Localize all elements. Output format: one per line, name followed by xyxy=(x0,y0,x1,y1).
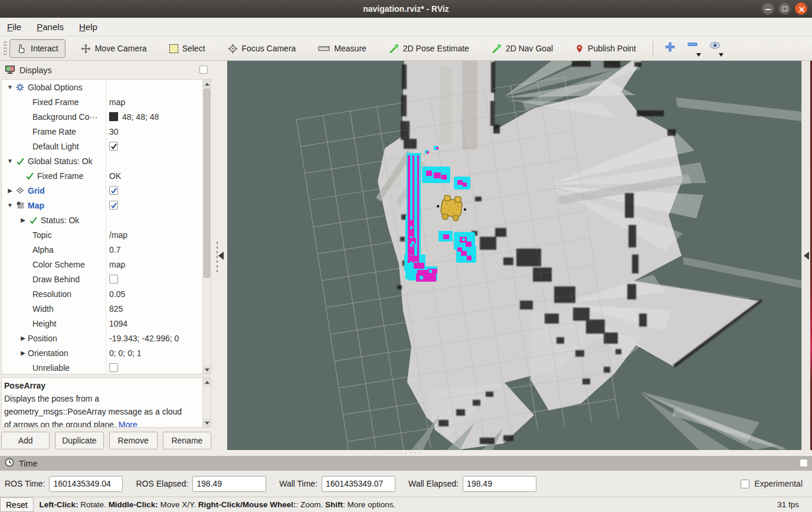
add-button[interactable]: Add xyxy=(1,432,50,449)
splitter-grip-dots[interactable] xyxy=(389,452,423,454)
map-icon xyxy=(15,201,25,210)
property-value[interactable]: 0.05 xyxy=(109,289,125,299)
tool-select[interactable]: Select xyxy=(162,39,212,58)
tree-row-color-scheme[interactable]: Color Schememap xyxy=(2,257,211,272)
expander-icon[interactable]: ▶ xyxy=(18,217,28,223)
time-field-input[interactable] xyxy=(463,476,536,492)
property-value[interactable]: 48; 48; 48 xyxy=(109,112,159,122)
dropdown-caret-icon[interactable] xyxy=(719,53,723,57)
property-value[interactable] xyxy=(109,201,118,210)
collapse-left-arrow-icon[interactable] xyxy=(218,252,224,260)
expander-icon[interactable]: ▶ xyxy=(18,335,28,341)
tool-2d-pose-estimate[interactable]: 2D Pose Estimate xyxy=(382,39,476,58)
color-swatch[interactable] xyxy=(109,112,118,121)
time-field-input[interactable] xyxy=(192,476,266,492)
time-field-input[interactable] xyxy=(49,476,123,492)
tool-focus-camera[interactable]: Focus Camera xyxy=(221,39,303,58)
property-value[interactable]: map xyxy=(109,97,125,107)
tool-interact[interactable]: Interact xyxy=(9,39,66,58)
reset-button[interactable]: Reset xyxy=(0,497,34,512)
time-float-button[interactable] xyxy=(800,459,808,467)
3d-viewport[interactable] xyxy=(227,61,801,450)
property-value[interactable] xyxy=(109,275,118,283)
property-value[interactable]: -19.343; -42.996; 0 xyxy=(109,334,179,343)
tool-eye[interactable] xyxy=(705,39,725,58)
property-value[interactable]: 30 xyxy=(109,127,119,136)
tree-row-global-options[interactable]: ▼Global Options xyxy=(2,80,211,94)
experimental-checkbox[interactable] xyxy=(741,480,749,488)
menu-file[interactable]: File xyxy=(7,22,21,32)
tool-move-camera[interactable]: Move Camera xyxy=(74,39,154,58)
tree-row-alpha[interactable]: Alpha0.7 xyxy=(2,242,211,257)
tree-row-unreliable[interactable]: Unreliable xyxy=(2,360,211,375)
tree-row-draw-behind[interactable]: Draw Behind xyxy=(2,272,211,286)
rename-button[interactable]: Rename xyxy=(163,432,211,449)
bottom-splitter[interactable] xyxy=(0,450,812,456)
displays-panel-header[interactable]: Displays xyxy=(1,63,211,77)
checkbox[interactable] xyxy=(109,186,118,195)
duplicate-button[interactable]: Duplicate xyxy=(55,432,103,449)
red-pin-icon xyxy=(575,44,584,54)
scroll-down-arrow[interactable] xyxy=(203,419,211,427)
property-value[interactable]: 1094 xyxy=(109,319,127,328)
expander-icon[interactable]: ▼ xyxy=(5,84,15,90)
titlebar[interactable]: navigation.rviz* - RViz xyxy=(0,0,812,18)
property-value[interactable]: OK xyxy=(109,171,121,181)
property-value[interactable]: /map xyxy=(109,230,127,240)
tree-row-height[interactable]: Height1094 xyxy=(2,316,211,331)
property-value[interactable] xyxy=(109,186,118,195)
tree-row-orientation[interactable]: ▶Orientation0; 0; 0; 1 xyxy=(2,345,211,360)
tool-plus[interactable] xyxy=(660,39,680,58)
panel-splitter[interactable] xyxy=(212,61,227,450)
property-value[interactable]: map xyxy=(109,260,125,269)
checkbox[interactable] xyxy=(109,363,118,372)
scroll-up-arrow[interactable] xyxy=(203,378,211,386)
tree-row-fixed-frame[interactable]: Fixed Framemap xyxy=(2,94,211,109)
checkbox[interactable] xyxy=(109,201,118,210)
time-panel-header[interactable]: Time xyxy=(0,456,812,471)
property-value[interactable] xyxy=(109,142,118,151)
maximize-button[interactable] xyxy=(778,2,791,15)
expander-icon[interactable]: ▶ xyxy=(18,350,28,356)
tree-row-resolution[interactable]: Resolution0.05 xyxy=(2,286,211,301)
tree-row-frame-rate[interactable]: Frame Rate30 xyxy=(2,124,211,139)
time-field-input[interactable] xyxy=(322,476,395,492)
checkbox[interactable] xyxy=(109,142,118,151)
expander-icon[interactable]: ▼ xyxy=(5,202,15,208)
property-label: Resolution xyxy=(32,289,71,299)
property-value[interactable]: 825 xyxy=(109,304,123,314)
tree-row-grid[interactable]: ▶Grid xyxy=(2,183,211,198)
collapse-right-arrow-icon[interactable] xyxy=(804,252,809,260)
expander-icon[interactable]: ▶ xyxy=(5,187,15,194)
tree-row-position[interactable]: ▶Position-19.343; -42.996; 0 xyxy=(2,331,211,345)
dropdown-caret-icon[interactable] xyxy=(696,53,701,57)
checkbox[interactable] xyxy=(109,275,118,283)
tree-row-topic[interactable]: Topic/map xyxy=(2,227,211,242)
property-label: Unreliable xyxy=(32,363,70,373)
remove-button[interactable]: Remove xyxy=(109,432,158,449)
description-scrollbar[interactable] xyxy=(202,378,211,427)
property-value[interactable]: 0.7 xyxy=(109,245,120,255)
right-panel-collapsed-strip[interactable] xyxy=(801,61,810,450)
tool-2d-nav-goal[interactable]: 2D Nav Goal xyxy=(484,39,560,58)
tree-row-status-ok[interactable]: ▶Status: Ok xyxy=(2,213,211,227)
menu-help[interactable]: Help xyxy=(79,22,97,32)
property-value[interactable] xyxy=(109,363,118,372)
tool-measure[interactable]: Measure xyxy=(311,39,373,58)
tree-row-width[interactable]: Width825 xyxy=(2,301,211,316)
expander-icon[interactable]: ▼ xyxy=(5,158,15,164)
minimize-button[interactable] xyxy=(762,2,774,15)
close-button[interactable] xyxy=(795,2,807,15)
tree-row-global-status-ok[interactable]: ▼Global Status: Ok xyxy=(2,154,211,168)
displays-float-button[interactable] xyxy=(199,66,208,74)
tree-row-fixed-frame[interactable]: Fixed FrameOK xyxy=(2,168,211,183)
more-link[interactable]: More xyxy=(119,420,137,428)
tree-row-background-co[interactable]: Background Co···48; 48; 48 xyxy=(2,109,211,124)
toolbar-grip-handle[interactable] xyxy=(4,41,7,56)
tool-minus[interactable] xyxy=(683,39,703,58)
menu-panels[interactable]: Panels xyxy=(37,22,64,32)
tree-row-default-light[interactable]: Default Light xyxy=(2,139,211,154)
property-value[interactable]: 0; 0; 0; 1 xyxy=(109,348,141,358)
tree-row-map[interactable]: ▼Map xyxy=(2,198,211,213)
tool-publish-point[interactable]: Publish Point xyxy=(568,39,643,58)
